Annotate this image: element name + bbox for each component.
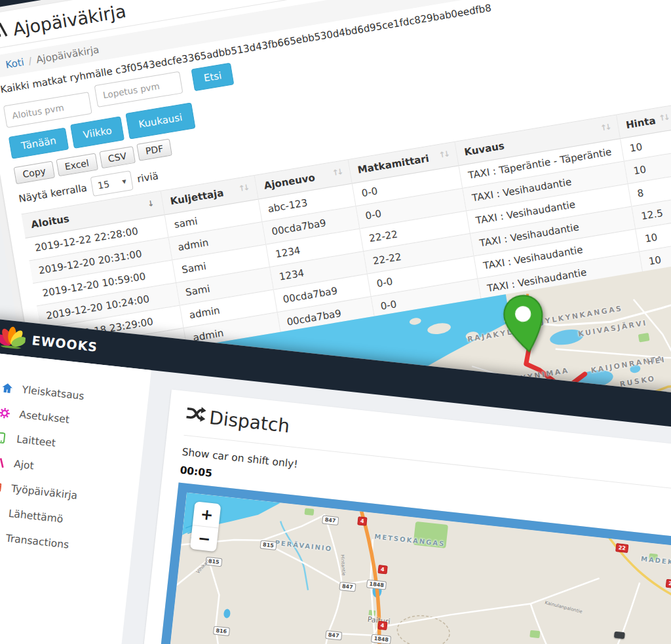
map-label: 847: [325, 630, 342, 641]
excel-button[interactable]: Excel: [56, 153, 98, 177]
map-label: 1848: [371, 634, 391, 644]
map-zoom-control: + −: [190, 501, 221, 552]
map-label: Vihikari: [195, 558, 210, 575]
map-label: 847: [339, 582, 356, 592]
week-button[interactable]: Viikko: [70, 116, 125, 148]
page-title-text: Ajopäiväkirja: [11, 1, 127, 39]
dispatch-panel: Dispatch Show car on shift only! 00:05 +…: [130, 389, 671, 644]
caret-down-icon: ▼: [122, 178, 127, 185]
map-label: 22: [615, 543, 628, 553]
dispatch-title-text: Dispatch: [208, 407, 291, 437]
car-marker: [614, 632, 625, 639]
map-label: METSOKANGAS: [374, 533, 446, 548]
map-label: RUSKO: [619, 374, 657, 388]
sidebar-item-label: Yleiskatsaus: [22, 384, 85, 402]
mobile-icon: [0, 431, 9, 444]
today-button[interactable]: Tänään: [9, 128, 69, 159]
sidebar-item-label: Työpäiväkirja: [10, 483, 78, 502]
zoom-in-button[interactable]: +: [193, 501, 221, 527]
page-length-prefix: Näytä kerralla: [18, 182, 88, 205]
sort-icon: ↑↓: [438, 149, 449, 160]
map-label: KUIVASJÄRVI: [577, 318, 647, 338]
road-icon: [0, 20, 10, 43]
sort-icon: ↑↓: [238, 183, 248, 193]
sidebar-item-label: Lähettämö: [8, 508, 64, 525]
shuffle-icon: [185, 404, 206, 428]
breadcrumb-separator: /: [28, 55, 33, 67]
page-length-suffix: riviä: [136, 170, 159, 185]
shuffle-icon: [0, 506, 1, 517]
dispatch-map[interactable]: + −: [148, 482, 671, 644]
newspaper-icon: [0, 482, 3, 492]
map-label: 22: [666, 579, 671, 589]
sidebar-item-label: Ajot: [13, 458, 34, 472]
sort-icon: ↑↓: [659, 113, 669, 123]
page-length-value: 15: [97, 179, 110, 191]
month-button[interactable]: Kuukausi: [126, 102, 195, 139]
map-label: PERÄVAINIO: [275, 539, 333, 552]
gear-icon: [0, 407, 11, 419]
breadcrumb-home-link[interactable]: Koti: [5, 56, 25, 71]
road-icon: [0, 457, 6, 468]
home-icon: [0, 382, 14, 394]
breadcrumb-current: Ajopäiväkirja: [35, 44, 100, 66]
map-label: 847: [322, 515, 339, 525]
sidebar-item-label: Laitteet: [16, 433, 56, 449]
sidebar-item-label: Asetukset: [18, 409, 69, 426]
sort-icon: ↓: [147, 199, 155, 208]
sort-icon: ↑↓: [600, 123, 610, 133]
sort-icon: ↑↓: [332, 167, 342, 178]
copy-button[interactable]: Copy: [14, 161, 55, 184]
ewooks-logo-icon: [0, 324, 27, 352]
page-length-select[interactable]: 15 ▼: [90, 170, 134, 197]
map-label: 815: [259, 540, 277, 550]
map-label: 4: [357, 516, 367, 525]
map-label: 1848: [366, 579, 387, 590]
brand-name: EWOOKS: [31, 333, 98, 354]
map-label: 4: [377, 621, 387, 630]
map-label: MADEKOSKI: [641, 555, 671, 568]
map-label: Kainulanpalontie: [545, 600, 583, 615]
search-button[interactable]: Etsi: [191, 63, 235, 92]
map-label: Hintantie: [339, 554, 346, 576]
csv-button[interactable]: CSV: [99, 146, 136, 168]
map-label: 4: [377, 565, 387, 574]
sidebar-item-label: Transactions: [5, 532, 69, 550]
map-label: 816: [213, 626, 230, 636]
zoom-out-button[interactable]: −: [190, 525, 219, 552]
pdf-button[interactable]: PDF: [136, 139, 172, 161]
